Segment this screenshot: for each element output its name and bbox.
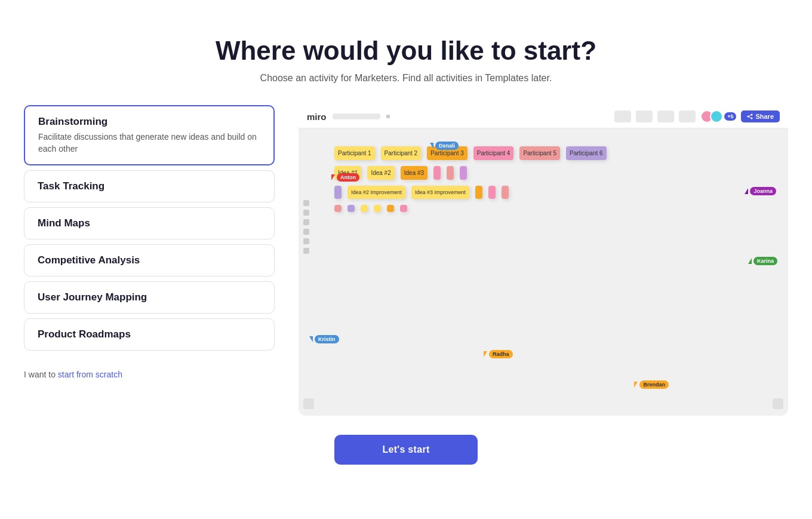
board-corner-btn-right[interactable] bbox=[773, 398, 783, 409]
cursor-radha: Radha bbox=[484, 350, 513, 358]
sticky-yellow-1 bbox=[361, 205, 368, 212]
toolbar-dot-6 bbox=[303, 248, 309, 254]
page-subtitle: Choose an activity for Marketers. Find a… bbox=[260, 73, 552, 84]
cursor-tag-karina: Karina bbox=[753, 257, 777, 265]
toolbar-dot-1 bbox=[303, 200, 309, 206]
cursor-arrow-joanna bbox=[745, 188, 748, 194]
dot-1 bbox=[386, 115, 390, 118]
sticky-pink-1 bbox=[400, 205, 407, 212]
sticky-purple-1 bbox=[334, 186, 342, 199]
board-avatars: +5 bbox=[700, 110, 736, 123]
cursor-tag-denali: Denali bbox=[435, 142, 459, 150]
sticky-participant-1: Participant 1 bbox=[334, 146, 375, 160]
board-logo: miro bbox=[307, 112, 327, 122]
sticky-row-participants: Participant 1 Participant 2 Participant … bbox=[334, 146, 776, 160]
sticky-participant-4: Participant 4 bbox=[473, 146, 514, 160]
sticky-row-improvements: Idea #2 Improvement Idea #3 Improvement bbox=[334, 186, 776, 199]
board-header: miro +5 bbox=[299, 105, 788, 128]
sticky-idea-2: Idea #2 bbox=[367, 166, 394, 180]
activity-desc: Facilitate discussions that generate new… bbox=[38, 131, 260, 155]
scratch-link-container: I want to start from scratch bbox=[24, 370, 275, 379]
activity-label: Product Roadmaps bbox=[38, 328, 261, 340]
cursor-arrow-anton bbox=[331, 174, 335, 180]
cursor-arrow-kristin bbox=[309, 336, 313, 342]
board-left-toolbar bbox=[303, 200, 309, 254]
sticky-idea2-improvement: Idea #2 Improvement bbox=[347, 186, 405, 199]
sticky-participant-6: Participant 6 bbox=[566, 146, 607, 160]
activity-label: Mind Maps bbox=[38, 217, 261, 229]
activity-item-product-roadmaps[interactable]: Product Roadmaps bbox=[24, 318, 275, 351]
main-content: Brainstorming Facilitate discussions tha… bbox=[24, 105, 788, 416]
sticky-lavender-1 bbox=[347, 205, 355, 212]
cta-section: Let's start bbox=[334, 435, 477, 465]
cursor-arrow-denali bbox=[430, 143, 433, 149]
activity-item-task-tracking[interactable]: Task Tracking bbox=[24, 170, 275, 202]
board-menu-dots bbox=[386, 115, 390, 118]
sticky-blank-6 bbox=[502, 186, 509, 199]
board-canvas: Denali Anton Joanna Karina Kristin bbox=[299, 128, 788, 415]
sticky-notes-grid: Participant 1 Participant 2 Participant … bbox=[334, 146, 776, 212]
sticky-salmon-1 bbox=[334, 205, 342, 212]
cursor-brendan: Brendan bbox=[634, 380, 669, 389]
toolbar-dot-2 bbox=[303, 210, 309, 216]
sticky-row-4 bbox=[334, 205, 776, 212]
activity-item-competitive-analysis[interactable]: Competitive Analysis bbox=[24, 244, 275, 277]
activity-item-user-journey-mapping[interactable]: User Journey Mapping bbox=[24, 281, 275, 314]
share-icon bbox=[747, 113, 753, 119]
sticky-blank-2 bbox=[447, 166, 454, 180]
board-icon-4[interactable] bbox=[679, 110, 696, 122]
sticky-participant-2: Participant 2 bbox=[381, 146, 422, 160]
activity-item-mind-maps[interactable]: Mind Maps bbox=[24, 207, 275, 239]
toolbar-dot-3 bbox=[303, 219, 309, 225]
sticky-participant-5: Participant 5 bbox=[519, 146, 560, 160]
cursor-denali: Denali bbox=[430, 142, 459, 150]
cursor-kristin: Kristin bbox=[309, 335, 339, 343]
cursor-tag-joanna: Joanna bbox=[750, 187, 776, 195]
sticky-blank-1 bbox=[433, 166, 441, 180]
cursor-arrow-brendan bbox=[634, 382, 638, 388]
lets-start-button[interactable]: Let's start bbox=[334, 435, 477, 465]
board-icon-3[interactable] bbox=[657, 110, 674, 122]
cursor-tag-anton: Anton bbox=[337, 173, 359, 182]
board-title-bar bbox=[333, 113, 380, 119]
activity-list: Brainstorming Facilitate discussions tha… bbox=[24, 105, 275, 379]
sticky-blank-3 bbox=[460, 166, 467, 180]
cursor-tag-brendan: Brendan bbox=[639, 380, 669, 389]
activity-label: Competitive Analysis bbox=[38, 254, 261, 266]
cursor-anton: Anton bbox=[331, 173, 359, 182]
share-button[interactable]: Share bbox=[741, 110, 780, 122]
activity-item-brainstorming[interactable]: Brainstorming Facilitate discussions tha… bbox=[24, 105, 275, 165]
toolbar-dot-5 bbox=[303, 238, 309, 244]
sticky-row-ideas: Idea #1 Idea #2 Idea #3 bbox=[334, 166, 776, 180]
activity-label: User Journey Mapping bbox=[38, 291, 261, 303]
svg-line-3 bbox=[748, 115, 752, 116]
svg-line-4 bbox=[748, 116, 752, 118]
page-title: Where would you like to start? bbox=[216, 36, 596, 66]
avatar-2 bbox=[710, 110, 723, 123]
sticky-idea-3: Idea #3 bbox=[401, 166, 427, 180]
board-header-right: +5 Share bbox=[614, 110, 780, 123]
board-corner-btn-left[interactable] bbox=[303, 398, 314, 409]
sticky-blank-5 bbox=[488, 186, 496, 199]
board-icon-1[interactable] bbox=[614, 110, 631, 122]
share-label: Share bbox=[755, 113, 774, 120]
avatar-count: +5 bbox=[724, 112, 736, 121]
sticky-orange-1 bbox=[387, 205, 394, 212]
sticky-idea3-improvement: Idea #3 Improvement bbox=[411, 186, 469, 199]
scratch-link[interactable]: start from scratch bbox=[58, 370, 122, 379]
cursor-arrow-karina bbox=[748, 258, 752, 264]
cursor-arrow-radha bbox=[484, 351, 487, 357]
sticky-blank-4 bbox=[475, 186, 482, 199]
miro-board-preview: miro +5 bbox=[299, 105, 788, 416]
scratch-prefix: I want to bbox=[24, 370, 58, 379]
board-icon-2[interactable] bbox=[636, 110, 653, 122]
activity-label: Brainstorming bbox=[38, 116, 260, 128]
cursor-tag-kristin: Kristin bbox=[315, 335, 339, 343]
sticky-yellow-2 bbox=[374, 205, 381, 212]
cursor-karina: Karina bbox=[748, 257, 777, 265]
cursor-tag-radha: Radha bbox=[489, 350, 513, 358]
cursor-joanna: Joanna bbox=[745, 187, 776, 195]
activity-label: Task Tracking bbox=[38, 180, 261, 192]
toolbar-dot-4 bbox=[303, 229, 309, 235]
